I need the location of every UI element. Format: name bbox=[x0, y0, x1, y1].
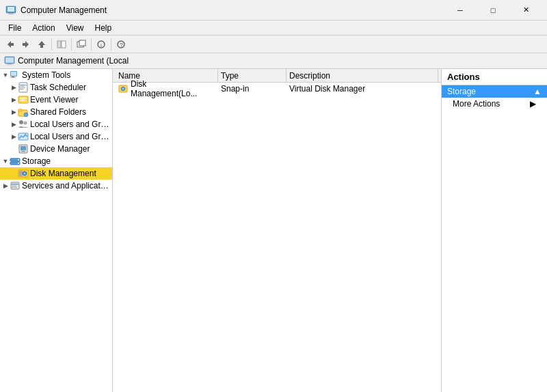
services-icon bbox=[10, 180, 21, 191]
svg-rect-27 bbox=[20, 89, 24, 89]
main-area: Computer Management (Local ▼ System Tool… bbox=[0, 53, 547, 392]
cell-name: Disk Management(Lo... bbox=[116, 79, 218, 98]
snap-in-icon bbox=[118, 84, 128, 94]
right-panel: Name Type Description bbox=[113, 69, 547, 392]
expand-local-users[interactable]: ▶ bbox=[10, 120, 18, 128]
content-area: ▼ System Tools ▶ bbox=[0, 69, 547, 392]
svg-rect-3 bbox=[8, 14, 14, 14]
menu-file[interactable]: File bbox=[3, 22, 27, 34]
svg-text:i: i bbox=[101, 42, 102, 48]
tree-item-system-tools[interactable]: ▼ System Tools bbox=[0, 69, 112, 81]
svg-point-48 bbox=[24, 173, 25, 174]
actions-panel: Actions Storage ▲ More Actions ▶ bbox=[441, 69, 547, 392]
device-manager-icon bbox=[18, 143, 29, 154]
task-scheduler-label: Task Scheduler bbox=[30, 83, 109, 92]
tree-item-event-viewer[interactable]: ▶ Event Viewer bbox=[0, 94, 112, 106]
svg-rect-1 bbox=[8, 7, 14, 12]
svg-point-43 bbox=[18, 159, 19, 160]
tree-item-device-manager[interactable]: ▶ Device Manager bbox=[0, 143, 112, 155]
menu-action[interactable]: Action bbox=[27, 22, 60, 34]
window-title: Computer Management bbox=[21, 5, 444, 15]
expand-services[interactable]: ▶ bbox=[1, 182, 10, 190]
svg-rect-21 bbox=[12, 76, 14, 77]
toolbar-sep-3 bbox=[91, 38, 92, 51]
maximize-button[interactable]: □ bbox=[477, 0, 509, 20]
minimize-button[interactable]: ─ bbox=[444, 0, 476, 20]
tree-item-storage[interactable]: ▼ Storage bbox=[0, 155, 112, 167]
shared-folders-label: Shared Folders bbox=[30, 107, 109, 117]
expand-task-scheduler[interactable]: ▶ bbox=[10, 83, 18, 92]
toolbar-help[interactable]: ? bbox=[114, 37, 129, 52]
local-users-label: Local Users and Groups bbox=[30, 120, 109, 129]
more-actions-arrow: ▶ bbox=[530, 99, 536, 109]
local-users-icon bbox=[18, 119, 29, 130]
tree-item-disk-management[interactable]: ▶ Disk Management bbox=[0, 167, 112, 180]
svg-rect-10 bbox=[79, 40, 85, 46]
svg-rect-2 bbox=[9, 13, 13, 14]
svg-rect-29 bbox=[20, 98, 27, 99]
tree-item-task-scheduler[interactable]: ▶ Task Scheduler bbox=[0, 81, 112, 94]
storage-icon bbox=[10, 156, 21, 167]
svg-rect-20 bbox=[11, 72, 16, 76]
toolbar-up[interactable] bbox=[34, 37, 49, 52]
toolbar-forward[interactable] bbox=[18, 37, 34, 52]
menu-bar: File Action View Help bbox=[0, 20, 547, 36]
expand-performance[interactable]: ▶ bbox=[10, 132, 18, 141]
svg-rect-26 bbox=[20, 87, 25, 88]
close-button[interactable]: ✕ bbox=[510, 0, 542, 20]
toolbar-new-window[interactable] bbox=[74, 37, 89, 52]
svg-rect-32 bbox=[18, 109, 22, 111]
svg-rect-8 bbox=[62, 41, 66, 48]
system-tools-label: System Tools bbox=[22, 70, 109, 80]
expand-event-viewer[interactable]: ▶ bbox=[10, 96, 18, 104]
svg-text:?: ? bbox=[120, 42, 123, 48]
tree-item-shared-folders[interactable]: ▶ ↑ Shared Folders bbox=[0, 106, 112, 118]
svg-rect-22 bbox=[10, 77, 16, 78]
shared-folders-icon: ↑ bbox=[18, 107, 29, 117]
svg-rect-46 bbox=[19, 171, 23, 176]
event-viewer-label: Event Viewer bbox=[30, 95, 109, 104]
system-tools-icon bbox=[10, 70, 21, 81]
svg-rect-30 bbox=[20, 100, 25, 101]
svg-rect-40 bbox=[21, 151, 25, 152]
svg-marker-4 bbox=[8, 41, 14, 48]
disk-management-icon bbox=[18, 168, 29, 179]
menu-view[interactable]: View bbox=[61, 22, 90, 34]
svg-marker-6 bbox=[38, 41, 45, 48]
performance-icon bbox=[18, 131, 29, 142]
tree-item-services[interactable]: ▶ Services and Applications bbox=[0, 180, 112, 192]
cell-description: Virtual Disk Manager bbox=[286, 84, 438, 94]
svg-rect-7 bbox=[57, 41, 61, 48]
toolbar-sep-1 bbox=[51, 38, 52, 51]
storage-label: Storage bbox=[22, 156, 109, 166]
cell-type: Snap-in bbox=[218, 84, 286, 94]
table-row[interactable]: Disk Management(Lo... Snap-in Virtual Di… bbox=[113, 83, 441, 95]
expand-shared-folders[interactable]: ▶ bbox=[10, 108, 18, 116]
toolbar-properties[interactable]: i bbox=[94, 37, 109, 52]
svg-rect-51 bbox=[12, 186, 16, 186]
actions-section-storage[interactable]: Storage ▲ bbox=[442, 85, 547, 98]
svg-text:↑: ↑ bbox=[25, 113, 27, 117]
computer-label: Computer Management (Local bbox=[18, 56, 129, 66]
tree-item-performance[interactable]: ▶ Local Users and Groups bbox=[0, 130, 112, 143]
window-controls[interactable]: ─ □ ✕ bbox=[444, 0, 542, 20]
performance-label: Local Users and Groups bbox=[30, 132, 109, 141]
svg-rect-39 bbox=[21, 146, 26, 150]
toolbar-back[interactable] bbox=[3, 37, 18, 52]
svg-point-35 bbox=[19, 120, 23, 124]
actions-more-actions[interactable]: More Actions ▶ bbox=[442, 98, 547, 110]
expand-storage[interactable]: ▼ bbox=[1, 157, 10, 165]
toolbar-show-hide[interactable] bbox=[54, 37, 69, 52]
more-actions-label: More Actions bbox=[453, 99, 500, 109]
tree-panel[interactable]: ▼ System Tools ▶ bbox=[0, 69, 113, 392]
svg-point-55 bbox=[122, 88, 124, 89]
tree-item-local-users[interactable]: ▶ Local Users and Groups bbox=[0, 118, 112, 130]
svg-rect-25 bbox=[20, 86, 25, 87]
svg-rect-17 bbox=[8, 64, 12, 65]
col-header-description: Description bbox=[286, 69, 438, 82]
actions-section-storage-arrow: ▲ bbox=[533, 87, 542, 96]
svg-rect-50 bbox=[12, 184, 18, 185]
svg-rect-52 bbox=[12, 187, 17, 188]
expand-system-tools[interactable]: ▼ bbox=[1, 71, 10, 79]
menu-help[interactable]: Help bbox=[90, 22, 118, 34]
